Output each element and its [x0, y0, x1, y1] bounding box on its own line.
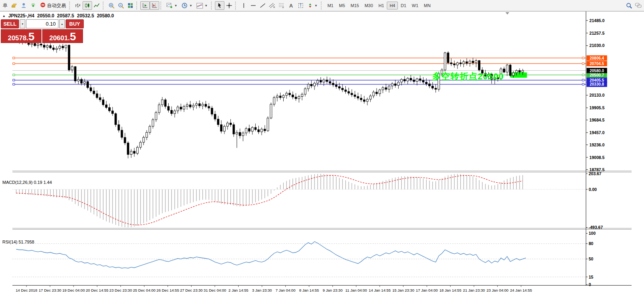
vertical-line-tool-icon[interactable] — [239, 1, 249, 10]
chart-shift-marker[interactable] — [505, 12, 509, 15]
rsi-axis-label: 100 — [589, 231, 596, 236]
toolbar-grip — [211, 2, 213, 9]
chart-canvas[interactable]: 21485.021257.521030.020133.019905.519684… — [0, 11, 644, 307]
x-tick-label: 27 Dec 23:30 — [180, 288, 203, 292]
rsi-layer — [12, 241, 586, 277]
svg-text:E: E — [273, 6, 275, 8]
timeframe-mn[interactable]: MN — [421, 2, 433, 9]
close-value: 20580.0 — [97, 13, 114, 19]
frame-layer — [12, 11, 631, 285]
equidistant-channel-tool-icon[interactable]: E — [267, 1, 277, 10]
x-tick-label: 20 Dec 14:55 — [86, 288, 108, 292]
chevron-down-icon: ▼ — [174, 4, 177, 7]
macd-axis-label: 203.67 — [589, 171, 601, 176]
sell-button[interactable]: SELL — [1, 19, 19, 28]
indicator-axis: 203.670.00-493.671008050150 — [586, 171, 603, 287]
fibonacci-tool-icon[interactable]: F — [277, 1, 286, 10]
auto-scroll-icon[interactable] — [140, 1, 150, 10]
high-value: 20587.5 — [57, 13, 74, 19]
candles-layer — [15, 38, 524, 158]
y-tick-label: 21485.0 — [589, 18, 604, 23]
candlestick-chart-type-icon[interactable] — [83, 1, 92, 10]
x-tick-label: 31 Dec 04:00 — [203, 288, 226, 292]
collapse-panel-icon[interactable]: ▲ — [2, 14, 6, 18]
buy-price-display[interactable]: 20601.5 — [42, 29, 83, 43]
svg-text:F: F — [282, 6, 284, 9]
crosshair-tool-icon[interactable] — [224, 1, 234, 10]
macd-layer — [12, 174, 586, 227]
timeframe-h1[interactable]: H1 — [376, 2, 387, 9]
autotrading-label: 自动交易 — [47, 2, 66, 9]
chat-icon[interactable] — [634, 1, 643, 10]
search-icon[interactable] — [624, 1, 634, 10]
cursor-tool-icon[interactable] — [215, 1, 224, 10]
timeframe-m1[interactable]: M1 — [325, 2, 336, 9]
chart-workspace: 21485.021257.521030.020133.019905.519684… — [0, 11, 644, 307]
y-tick-label: 20133.0 — [589, 93, 604, 97]
y-tick-label: 19684.5 — [589, 118, 604, 122]
chevron-down-icon: ▼ — [189, 4, 192, 7]
arrows-tool-button[interactable]: ▼ — [305, 1, 320, 10]
chart-shift-icon[interactable] — [150, 1, 159, 10]
toolbar-grip — [321, 2, 323, 9]
timeframe-h4[interactable]: H4 — [387, 2, 398, 9]
sell-price-display[interactable]: 20578.5 — [1, 29, 41, 43]
sell-price-pip: 5 — [28, 31, 35, 42]
timeframe-w1[interactable]: W1 — [409, 2, 421, 9]
macd-axis-label: 0.00 — [589, 187, 597, 192]
x-tick-label: 19 Dec 04:00 — [62, 288, 85, 292]
x-tick-label: 9 Jan 23:30 — [323, 288, 343, 292]
toolbar: 单 自动交易 ▼ ▼ ▼ E F A T ▼ — [0, 0, 644, 11]
chevron-down-icon: ▼ — [205, 4, 208, 7]
x-tick-label: 7 Jan 04:00 — [276, 288, 296, 292]
autotrading-button[interactable]: 自动交易 — [38, 1, 68, 10]
periods-button[interactable]: ▼ — [179, 1, 194, 10]
text-tool-icon[interactable]: A — [286, 1, 296, 10]
x-tick-label: 25 Dec 04:00 — [133, 288, 155, 292]
x-tick-label: 15 Jan 23:30 — [392, 288, 414, 292]
text-label-tool-icon[interactable]: T — [296, 1, 305, 10]
one-click-trading-panel: SELL ▼ 0.10 ▲ BUY 20578.5 20601.5 — [1, 19, 84, 43]
market-watch-icon[interactable] — [9, 1, 19, 10]
hline-price-label: 20500.7 — [589, 73, 604, 77]
signals-icon[interactable] — [28, 1, 38, 10]
mt4-window: 单 自动交易 ▼ ▼ ▼ E F A T ▼ — [0, 0, 644, 307]
x-tick-label: 17 Dec 23:30 — [39, 288, 61, 292]
x-tick-label: 11 Jan 04:00 — [345, 288, 367, 292]
x-tick-label: 8 Jan 14:55 — [299, 288, 319, 292]
templates-button[interactable]: ▼ — [194, 1, 210, 10]
y-tick-label: 19008.5 — [589, 155, 604, 160]
bar-chart-type-icon[interactable] — [73, 1, 83, 10]
rsi-axis-label: 50 — [589, 256, 593, 261]
chevron-down-icon: ▼ — [314, 4, 318, 7]
timeframe-m5[interactable]: M5 — [336, 2, 348, 9]
toolbar-grip — [136, 2, 138, 9]
buy-price-pip: 5 — [70, 31, 76, 42]
x-tick-label: 23 Dec 23:30 — [109, 288, 132, 292]
y-tick-label: 19236.0 — [589, 142, 604, 147]
rsi-indicator-label: RSI(14) 51.7958 — [2, 240, 34, 244]
trendline-tool-icon[interactable] — [258, 1, 267, 10]
tile-windows-icon[interactable] — [126, 1, 135, 10]
x-tick-label: 21 Jan 23:30 — [463, 288, 485, 292]
zoom-out-icon[interactable] — [116, 1, 126, 10]
volume-decrease-button[interactable]: ▼ — [20, 19, 25, 28]
rsi-axis-label: 15 — [589, 275, 593, 279]
x-tick-label: 14 Dec 2018 — [16, 288, 38, 292]
timeframe-d1[interactable]: D1 — [398, 2, 409, 9]
horizontal-line-tool-icon[interactable] — [249, 1, 258, 10]
line-chart-type-icon[interactable] — [92, 1, 102, 10]
volume-input[interactable]: 0.10 — [26, 19, 58, 28]
timeframe-m15[interactable]: M15 — [348, 2, 362, 9]
indicators-button[interactable]: ▼ — [164, 1, 179, 10]
timeframe-m30[interactable]: M30 — [362, 2, 376, 9]
volume-increase-button[interactable]: ▲ — [59, 19, 65, 28]
zoom-in-icon[interactable] — [107, 1, 116, 10]
turning-point-annotation[interactable]: 多空转折点20500 — [432, 71, 504, 82]
time-axis: 14 Dec 201817 Dec 23:3019 Dec 04:0020 De… — [16, 285, 532, 292]
profile-icon[interactable] — [19, 1, 28, 10]
new-order-button[interactable]: 单 — [1, 1, 9, 10]
buy-button[interactable]: BUY — [66, 19, 84, 28]
hline-price-label: 20330.8 — [589, 82, 604, 86]
hline-price-label: 20806.4 — [589, 56, 604, 60]
